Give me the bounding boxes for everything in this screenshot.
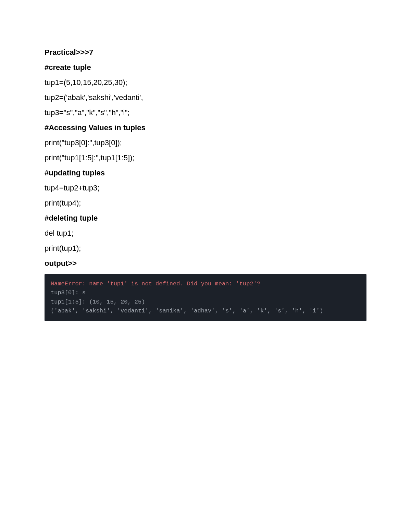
code-line: print("tup3[0]:",tup3[0]); [45, 138, 366, 147]
section-heading: #Accessing Values in tuples [45, 123, 366, 132]
code-line: tup3="s","a","k","s","h","i"; [45, 108, 366, 117]
code-line: tup1=(5,10,15,20,25,30); [45, 78, 366, 87]
console-line: tup1[1:5]: (10, 15, 20, 25) [51, 298, 360, 307]
code-line: print(tup4); [45, 199, 366, 208]
section-heading: #updating tuples [45, 169, 366, 177]
code-line: tup4=tup2+tup3; [45, 184, 366, 193]
section-heading: #create tuple [45, 63, 366, 72]
console-line: tup3[0]: s [51, 288, 360, 297]
code-line: print("tup1[1:5]:",tup1[1:5]); [45, 153, 366, 162]
section-heading: #deleting tuple [45, 214, 366, 223]
document-page: Practical>>>7 #create tupletup1=(5,10,15… [0, 0, 411, 355]
practical-title: Practical>>>7 [45, 48, 366, 57]
code-line: del tup1; [45, 229, 366, 238]
code-lines: #create tupletup1=(5,10,15,20,25,30);tup… [45, 63, 366, 253]
code-line: print(tup1); [45, 244, 366, 253]
console-error-line: NameError: name 'tup1' is not defined. D… [51, 280, 360, 288]
console-line: ('abak', 'sakshi', 'vedanti', 'sanika', … [51, 307, 360, 316]
output-heading: output>> [45, 259, 366, 268]
console-output: NameError: name 'tup1' is not defined. D… [45, 274, 366, 321]
code-line: tup2=('abak','sakshi','vedanti', [45, 93, 366, 102]
